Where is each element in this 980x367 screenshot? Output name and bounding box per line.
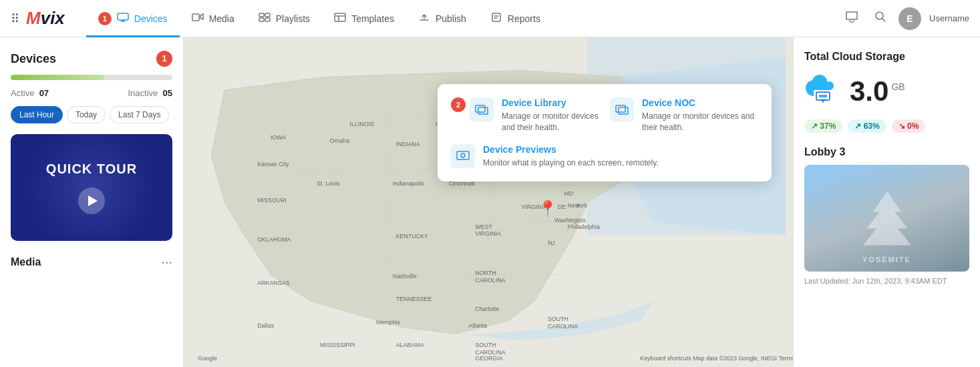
active-label: Active (11, 88, 34, 98)
dropdown-item-library-row: 2 (451, 97, 494, 121)
grid-icon: ⠿ (11, 11, 19, 26)
nav-label-templates: Templates (351, 13, 394, 24)
inactive-stat: Inactive 05 (128, 88, 172, 98)
svg-rect-59 (616, 105, 625, 112)
search-icon[interactable] (870, 7, 890, 30)
nav-item-reports[interactable]: Reports (478, 0, 552, 37)
storage-pill-0: ↘ 0% (892, 119, 926, 133)
quick-tour-title: QUICK TOUR (46, 161, 137, 177)
nav-badge-devices: 1 (98, 12, 112, 25)
yosemite-text: YOSEMITE (804, 256, 969, 264)
right-panel: Total Cloud Storage 3.0 GB ↗ 37% ↗ 63% (793, 37, 980, 367)
storage-pill-63: ↗ 63% (848, 119, 886, 133)
nav-item-templates[interactable]: Templates (322, 0, 406, 37)
svg-text:Omaha: Omaha (330, 137, 349, 144)
svg-rect-60 (619, 107, 628, 114)
filter-today[interactable]: Today (67, 106, 106, 123)
device-library-icon (470, 97, 494, 121)
svg-text:DE: DE (558, 204, 566, 210)
device-previews-icon (451, 144, 475, 168)
device-library-title: Device Library (502, 97, 599, 108)
nav-label-media: Media (209, 13, 234, 24)
dropdown-item-device-noc[interactable]: Device NOC Manage or monitor devices and… (610, 97, 758, 133)
svg-text:New York: New York (568, 202, 588, 209)
playlists-icon (259, 13, 271, 25)
storage-pills: ↗ 37% ↗ 63% ↘ 0% (804, 119, 969, 133)
svg-text:IOWA: IOWA (271, 134, 286, 141)
svg-text:Atlanta: Atlanta (468, 322, 487, 329)
nav-item-media[interactable]: Media (180, 0, 247, 37)
svg-point-8 (876, 12, 883, 19)
svg-rect-1 (192, 14, 199, 21)
media-more-icon[interactable]: ··· (161, 254, 172, 270)
progress-fill (11, 75, 104, 80)
svg-text:Indianapolis: Indianapolis (393, 180, 425, 187)
dropdown-item-device-previews[interactable]: Device Previews Monitor what is playing … (451, 144, 758, 169)
svg-rect-7 (492, 13, 500, 21)
nav-label-playlists: Playlists (276, 13, 310, 24)
nav-item-devices[interactable]: 1 Devices (86, 0, 180, 37)
username-label[interactable]: Username (929, 13, 969, 23)
progress-track (11, 75, 172, 80)
devices-icon (117, 13, 129, 25)
quick-tour-play-button[interactable] (78, 188, 105, 214)
svg-text:ALABAMA: ALABAMA (396, 342, 424, 348)
quick-tour-card[interactable]: QUICK TOUR (11, 134, 172, 241)
svg-text:Kansas City: Kansas City (257, 161, 289, 167)
top-nav: ⠿ Mvix 1 Devices Media Playlists (0, 0, 980, 37)
logo[interactable]: ⠿ Mvix (11, 8, 65, 29)
svg-rect-0 (118, 13, 128, 20)
nav-item-playlists[interactable]: Playlists (247, 0, 322, 37)
svg-rect-3 (265, 13, 270, 17)
device-noc-title: Device NOC (642, 97, 758, 108)
svg-marker-67 (864, 192, 911, 245)
svg-text:St. Louis: St. Louis (317, 180, 340, 187)
svg-text:Nashville: Nashville (393, 273, 417, 280)
svg-text:ILLINOIS: ILLINOIS (350, 121, 375, 127)
inactive-value: 05 (163, 88, 172, 98)
dropdown-item-device-library[interactable]: 2 Device Library Manage or monitor devic… (451, 97, 599, 133)
lobby-title: Lobby 3 (804, 146, 969, 158)
nav-item-publish[interactable]: Publish (406, 0, 478, 37)
filter-last-7-days[interactable]: Last 7 Days (110, 106, 169, 123)
svg-rect-2 (259, 13, 264, 17)
svg-text:INDIANA: INDIANA (396, 141, 420, 147)
chat-icon[interactable] (841, 7, 862, 30)
lobby-preview[interactable]: YOSEMITE (804, 165, 969, 272)
dropdown-badge: 2 (451, 97, 466, 112)
sidebar: Devices 1 Active 07 Inactive 05 Last Hou… (0, 37, 184, 367)
svg-point-62 (461, 153, 465, 157)
storage-value-group: 3.0 GB (850, 77, 905, 105)
avatar[interactable]: E (899, 7, 921, 30)
last-updated: Last Updated: Jun 12th, 2023, 9:43AM EDT (804, 277, 969, 285)
time-filter-row: Last Hour Today Last 7 Days (11, 106, 172, 123)
svg-text:NJ: NJ (548, 240, 555, 246)
device-stats: Active 07 Inactive 05 (11, 88, 172, 98)
media-section-title: Media (11, 256, 41, 268)
devices-title: Devices (11, 52, 56, 66)
svg-rect-5 (265, 18, 270, 21)
nav-label-reports: Reports (508, 13, 540, 24)
active-stat: Active 07 (11, 88, 49, 98)
map-area: Omaha Kansas City St. Louis Indianapolis… (184, 37, 793, 367)
svg-text:Philadelphia: Philadelphia (568, 224, 600, 230)
svg-text:KENTUCKY: KENTUCKY (396, 233, 428, 240)
svg-text:MISSOURI: MISSOURI (257, 197, 287, 204)
svg-text:GEORGIA: GEORGIA (475, 355, 503, 362)
device-noc-desc: Manage or monitor devices and their heal… (642, 111, 758, 133)
svg-text:Dallas: Dallas (257, 322, 274, 329)
nav-label-devices: Devices (134, 13, 168, 24)
device-noc-icon (610, 97, 634, 121)
svg-text:Washington: Washington (554, 217, 586, 224)
media-section: Media ··· (11, 254, 172, 270)
svg-rect-58 (478, 107, 488, 114)
main-layout: Devices 1 Active 07 Inactive 05 Last Hou… (0, 37, 980, 367)
nav-label-publish: Publish (436, 13, 466, 24)
filter-last-hour[interactable]: Last Hour (11, 106, 63, 123)
storage-unit: GB (891, 81, 905, 92)
svg-rect-64 (819, 95, 827, 97)
svg-text:📍: 📍 (538, 200, 558, 218)
reports-icon (490, 13, 502, 25)
play-icon (88, 196, 98, 206)
svg-text:MD: MD (564, 190, 574, 197)
